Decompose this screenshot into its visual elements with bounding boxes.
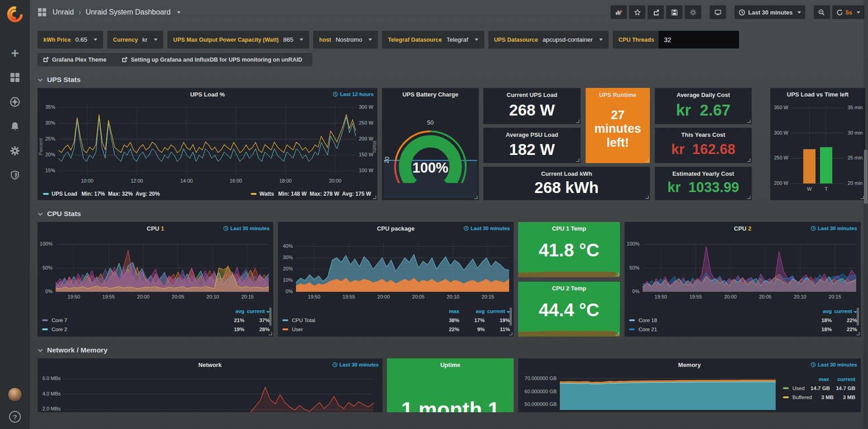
dashboards-icon (10, 73, 20, 82)
cpu-1-chart[interactable]: 100%50%0%19:5019:5520:0020:0520:1020:15 (39, 234, 272, 305)
star-button[interactable] (629, 5, 645, 19)
legend-row[interactable]: Core 1818%22% (629, 316, 857, 325)
panel-time-range[interactable]: Last 30 minutes (223, 226, 270, 231)
panel-title[interactable]: Network (38, 362, 382, 368)
section-network-memory[interactable]: Network / Memory (38, 346, 865, 354)
legend-sort-avg[interactable]: avg (219, 308, 244, 314)
cpu-threads-input[interactable] (658, 31, 739, 48)
time-range-text: Last 30 minutes (230, 226, 270, 231)
battery-charge-gauge[interactable]: 02050100100% (382, 99, 479, 183)
panel-time-range[interactable]: Last 30 minutes (811, 362, 857, 367)
legend-row[interactable]: User22%9%11% (282, 325, 510, 334)
variable-value: kr (143, 36, 148, 43)
scrollbar-thumb[interactable] (864, 149, 868, 204)
variable-telegraf-datasource[interactable]: Telegraf Datasource Telegraf (382, 31, 484, 48)
axis-tick-label: 30% (39, 120, 55, 125)
panel-title[interactable]: Average Daily Cost (677, 92, 730, 98)
legend-item-watts[interactable]: Watts Min: 148 W Max: 278 W Avg: 175 W (251, 191, 371, 197)
panel-title[interactable]: Current Load kWh (541, 170, 592, 177)
legend-row[interactable]: Core 721%37% (42, 316, 270, 325)
sidebar-item-alerting[interactable] (9, 121, 21, 132)
panel-time-range[interactable]: Last 30 minutes (332, 362, 379, 367)
ups-load-vs-time-chart[interactable]: 350 W35 min300 W30 min250 W25 min200 W20… (770, 98, 865, 200)
gear-icon (690, 9, 696, 16)
help-button[interactable]: ? (9, 411, 21, 423)
legend-sort-current[interactable]: current (832, 308, 857, 314)
legend-sort-current[interactable]: current (244, 308, 270, 314)
panel-title[interactable]: CPU 2 Temp (518, 285, 620, 292)
axis-tick-label: 350 W (771, 105, 788, 110)
legend-row[interactable]: Buffered3 MB3 MB (783, 393, 855, 402)
panel-title[interactable]: UPS Load % (38, 91, 377, 98)
legend-scrollbar[interactable] (510, 308, 512, 326)
panel-title[interactable]: Memory (518, 362, 861, 368)
grafana-logo-icon[interactable] (0, 0, 30, 29)
dashboard-grid-icon[interactable] (38, 8, 46, 16)
variable-currency[interactable]: Currency kr (107, 31, 163, 48)
legend-sort-current[interactable]: current (829, 376, 855, 382)
zoom-out-button[interactable] (814, 5, 830, 19)
axis-tick-label: 19:50 (654, 294, 667, 299)
legend-sort-max[interactable]: max (803, 376, 829, 382)
sidebar-item-dashboards[interactable] (9, 72, 21, 83)
legend-row[interactable]: Core 2118%22% (629, 325, 857, 334)
panel-time-range[interactable]: Last 30 minutes (811, 226, 857, 231)
legend-sort-max[interactable]: max (434, 308, 459, 314)
cpu-package-chart[interactable]: 40%30%20%10%0%19:5019:5520:0020:0520:102… (280, 234, 512, 305)
sidebar-item-explore[interactable] (9, 96, 21, 108)
panel-title[interactable]: UPS Runtime (599, 92, 636, 98)
panel-title[interactable]: Uptime (387, 362, 514, 368)
panel-title[interactable]: Current UPS Load (507, 92, 558, 98)
panel-title[interactable]: CPU 1 Temp (518, 225, 620, 232)
sidebar-item-server-admin[interactable] (9, 169, 21, 181)
panel-title[interactable]: UPS Battery Charge (382, 91, 479, 98)
refresh-button[interactable]: 5s (832, 5, 864, 19)
caret-down-icon[interactable] (177, 11, 181, 14)
stat-value: kr 2.67 (676, 98, 731, 124)
variable-host[interactable]: host Nostromo (313, 31, 378, 48)
section-ups-stats[interactable]: UPS Stats (38, 76, 865, 84)
legend-row[interactable]: Used14.7 GB14.7 GB (783, 384, 855, 393)
ups-load-chart[interactable]: 35%300 W30%250 W25%200 W20%150 W15%100 W… (39, 100, 376, 190)
legend-row[interactable]: CPU Total38%17%19% (282, 316, 510, 325)
variable-ups-max-power[interactable]: UPS Max Output Power Capacity (Watt) 865 (167, 31, 309, 48)
legend-scrollbar[interactable] (269, 308, 272, 326)
panel-time-range[interactable]: Last 12 hours (333, 92, 374, 97)
add-panel-button[interactable] (610, 5, 627, 19)
panel-title[interactable]: Estimated Yearly Cost (672, 170, 734, 177)
time-range-button[interactable]: Last 30 minutes (734, 5, 805, 19)
legend-scrollbar[interactable] (857, 308, 859, 326)
time-range-label: Last 30 minutes (748, 9, 792, 16)
dashboard-link-ups-monitoring[interactable]: Setting up Grafana and InfluxDB for UPS … (122, 57, 302, 63)
section-cpu-stats[interactable]: CPU Stats (38, 210, 865, 218)
legend-item-ups-load[interactable]: UPS Load Min: 17% Max: 32% Avg: 20% (43, 191, 160, 197)
panel-title[interactable]: UPS Load vs Time left (770, 91, 865, 98)
legend-sort-avg[interactable]: avg (806, 308, 832, 314)
dashboard-link-plex-theme[interactable]: Grafana Plex Theme (43, 57, 106, 63)
variable-kwh-price[interactable]: kWh Price 0.65 (38, 31, 103, 48)
sidebar-item-configuration[interactable] (9, 145, 21, 157)
breadcrumb-folder[interactable]: Unraid (52, 8, 74, 16)
axis-tick-label: 35 min (848, 105, 863, 110)
legend-sort-avg[interactable]: avg (459, 308, 485, 314)
sidebar-item-create[interactable]: + (9, 47, 21, 59)
user-avatar[interactable] (8, 387, 22, 402)
page-scrollbar[interactable] (863, 0, 868, 429)
legend-row[interactable]: Core 219%28% (42, 325, 270, 334)
legend-sort-current[interactable]: current (485, 308, 510, 314)
panel-title[interactable]: This Years Cost (681, 131, 725, 138)
save-button[interactable] (666, 5, 682, 19)
star-icon (634, 9, 641, 16)
settings-button[interactable] (685, 5, 701, 19)
network-chart[interactable]: 6.0 MBs4.0 MBs2.0 MBs (39, 371, 378, 412)
top-navbar: Unraid › Unraid System Dashboard (30, 0, 868, 24)
variable-ups-datasource[interactable]: UPS Datasource apcupsd-container (488, 31, 609, 48)
memory-chart[interactable]: 70.000000 GB60.000000 GB50.000000 GB (520, 371, 777, 412)
share-button[interactable] (648, 5, 664, 19)
variable-cpu-threads: CPU Threads (613, 31, 739, 48)
kiosk-mode-button[interactable] (710, 5, 726, 19)
cpu-2-chart[interactable]: 100%50%0%19:5019:5520:0020:0520:1020:15 (626, 234, 859, 305)
panel-title[interactable]: Average PSU Load (506, 131, 558, 138)
panel-time-range[interactable]: Last 30 minutes (463, 226, 510, 231)
breadcrumb-dashboard[interactable]: Unraid System Dashboard (86, 8, 171, 16)
